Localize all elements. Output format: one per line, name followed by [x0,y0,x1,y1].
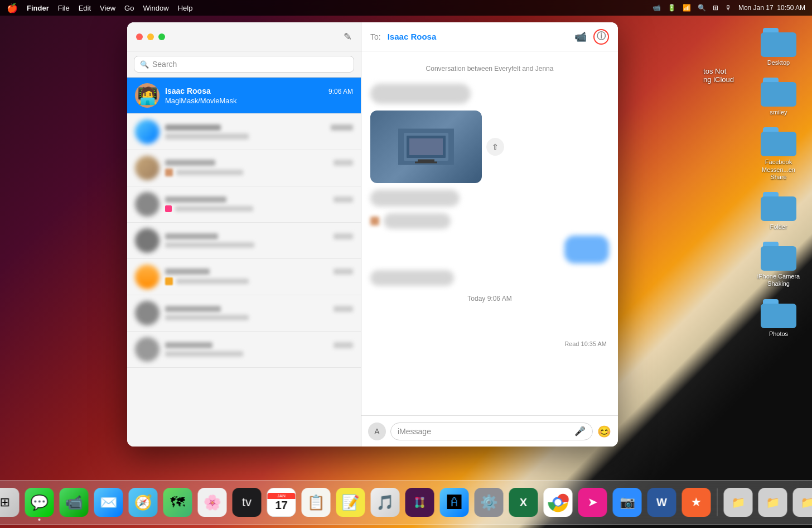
dock-direct[interactable]: ➤ [577,486,609,519]
search-menubar-icon[interactable]: 🔍 [698,4,706,12]
conversation-item-blurred-1[interactable] [127,114,361,150]
extras-icon-2: 📁 [758,488,787,517]
dock-separator [717,488,718,516]
siri-icon[interactable]: 🎙 [725,4,732,12]
desktop-folder-desktop[interactable]: Desktop [756,28,801,66]
blurred-avatar [135,156,160,180]
reeder-icon: ★ [682,488,711,517]
blurred-avatar [135,192,160,217]
desktop-folder-photos[interactable]: Photos [756,299,801,338]
dock-chrome[interactable] [542,486,574,519]
dock-extras-1[interactable]: 📁 [722,486,755,519]
avatar-isaac: 🧑‍💻 [135,83,160,108]
dock-facetime[interactable]: 📹 [58,486,90,519]
blurred-time [334,196,353,203]
dock-zoom[interactable]: 📷 [611,486,644,519]
message-row-sent-1 [370,236,609,263]
window-close-button[interactable] [136,33,143,40]
desktop-folder-folder[interactable]: Folder [756,192,801,231]
blurred-preview [175,206,253,212]
search-input[interactable]: Search [152,60,177,69]
message-row-received-3 [370,213,609,229]
dock-notes[interactable]: 📝 [335,486,367,519]
blurred-preview [176,279,249,284]
menubar-window[interactable]: Window [143,4,168,12]
window-maximize-button[interactable] [158,33,165,40]
desktop-folder-smiley[interactable]: smiley [756,78,801,116]
apple-menu[interactable]: 🍎 [7,3,18,13]
menubar-edit[interactable]: Edit [79,4,91,12]
dock-slack[interactable] [404,486,436,519]
dock-excel[interactable]: X [508,486,540,519]
conversation-item-blurred-5[interactable] [127,259,361,295]
share-button[interactable]: ⇧ [486,138,504,156]
conversation-item-blurred-4[interactable] [127,223,361,259]
dock-extras-3[interactable]: 📁 [791,486,813,519]
blurred-name [165,268,210,275]
menubar-go[interactable]: Go [124,4,134,12]
slack-icon [405,488,434,517]
dock-appletv[interactable]: tv [231,486,263,519]
conversation-item-blurred-6[interactable] [127,295,361,332]
dock-extras-2[interactable]: 📁 [757,486,789,519]
emoji-button[interactable]: 😊 [597,425,611,438]
message-row-received-4 [370,270,609,286]
image-placeholder [370,111,482,183]
menubar-file[interactable]: File [58,4,70,12]
blurred-name [165,124,221,131]
conversation-item-blurred-7[interactable] [127,332,361,368]
wifi-icon[interactable]: 📶 [683,4,691,12]
menubar-view[interactable]: View [100,4,115,12]
dock-calendar[interactable]: JAN 17 [265,486,298,519]
conversation-item-blurred-3[interactable] [127,186,361,223]
blurred-conv-content [165,196,353,212]
blurred-name [165,342,212,348]
direct-icon: ➤ [578,488,607,517]
blurred-time [334,342,353,348]
dock-maps[interactable]: 🗺 [162,486,194,519]
svg-rect-13 [416,498,418,507]
blurred-name [165,196,226,203]
search-container: 🔍 Search [127,51,361,78]
extras-icon-3: 📁 [793,488,813,517]
menubar-help[interactable]: Help [178,4,193,12]
blurred-conv-content [165,233,353,248]
blurred-preview [165,315,249,320]
blurred-image-thumb [370,217,379,225]
control-center-icon[interactable]: ⊞ [713,4,718,12]
battery-icon: 🔋 [668,4,676,12]
dock-messages[interactable]: 💬 [23,486,56,519]
imessage-input[interactable]: iMessage 🎤 [390,423,593,440]
info-button[interactable]: ⓘ [593,29,609,45]
search-bar[interactable]: 🔍 Search [134,56,354,73]
chrome-icon [544,488,573,517]
window-titlebar: ✎ [127,22,361,51]
dock-reminders[interactable]: 📋 [300,486,332,519]
launchpad-icon: ⊞ [0,488,20,517]
conversation-item-blurred-2[interactable] [127,150,361,186]
desktop-folder-facebook[interactable]: Facebook Messen...en Share [756,127,801,181]
dock-music[interactable]: 🎵 [369,486,402,519]
dock-settings[interactable]: ⚙️ [473,486,505,519]
window-minimize-button[interactable] [147,33,154,40]
dock-mail[interactable]: ✉️ [93,486,125,519]
app-store-button[interactable]: A [368,423,386,440]
blurred-avatar [135,119,160,144]
dock-photos[interactable]: 🌸 [196,486,229,519]
photos-icon: 🌸 [198,488,227,517]
compose-button[interactable]: ✎ [344,31,352,43]
dock-appstore[interactable]: 🅰 [438,486,471,519]
dock-safari[interactable]: 🧭 [127,486,160,519]
desktop-folder-iphone[interactable]: iPhone Camera Shaking [756,242,801,287]
icloud-line1: tos Not [703,67,734,75]
video-call-button[interactable]: 📹 [574,31,587,43]
conversation-item-isaac[interactable]: 🧑‍💻 Isaac Roosa 9:06 AM MagiMask/MovieMa… [127,78,361,114]
blurred-name [165,160,215,166]
facetime-status-icon[interactable]: 📹 [652,4,661,12]
audio-input-icon[interactable]: 🎤 [574,426,586,436]
dock-reeder[interactable]: ★ [680,486,713,519]
dock-launchpad[interactable]: ⊞ [0,486,21,519]
blurred-avatar [135,228,160,253]
dock-word[interactable]: W [646,486,678,519]
menubar-app-name[interactable]: Finder [27,4,49,12]
